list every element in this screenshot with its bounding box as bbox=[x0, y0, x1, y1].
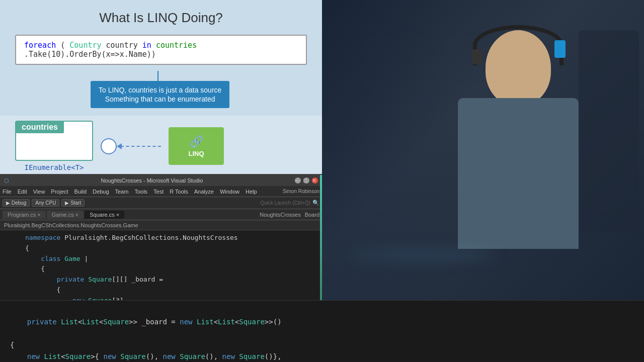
code-box: foreach ( Country country in countries .… bbox=[15, 35, 307, 65]
vs-breadcrumb: Pluralsight.BegCShCollections.NoughtsCro… bbox=[0, 220, 322, 230]
countries-label: countries bbox=[16, 121, 64, 133]
vs-window: ⬡ NoughtsCrosses - Microsoft Visual Stud… bbox=[0, 174, 322, 300]
vs-toolbar: ▶ Debug Any CPU ▶ Start Quick Launch (Ct… bbox=[0, 197, 322, 209]
code-editor: namespace Pluralsight.BegCshCollections.… bbox=[0, 230, 322, 300]
slide-title: What Is LINQ Doing? bbox=[15, 10, 307, 26]
code-line-6: { bbox=[5, 285, 322, 296]
bottom-code-2: { bbox=[10, 339, 634, 351]
maximize-icon[interactable]: □ bbox=[303, 177, 309, 184]
left-panel: What Is LINQ Doing? foreach ( Country co… bbox=[0, 0, 322, 300]
vs-menubar: File Edit View Project Build Debug Team … bbox=[0, 186, 322, 197]
menu-team[interactable]: Team bbox=[115, 189, 129, 195]
menu-file[interactable]: File bbox=[3, 189, 12, 195]
menu-view[interactable]: View bbox=[33, 189, 45, 195]
tab-program-cs[interactable]: Program.cs × bbox=[3, 211, 46, 219]
linq-box: 🔗 LINQ bbox=[169, 127, 224, 165]
bottom-code-3: new List<Square>{ new Square(), new Squa… bbox=[10, 351, 634, 362]
countries-wrapper: countries IEnumerable<T> bbox=[15, 121, 93, 171]
menu-project[interactable]: Project bbox=[51, 189, 68, 195]
menu-analyze[interactable]: Analyze bbox=[194, 189, 214, 195]
menu-edit[interactable]: Edit bbox=[18, 189, 27, 195]
menu-tools[interactable]: Tools bbox=[134, 189, 147, 195]
menu-debug[interactable]: Debug bbox=[93, 189, 109, 195]
vs-title: NoughtsCrosses - Microsoft Visual Studio bbox=[101, 177, 203, 184]
vs-app-icon: ⬡ bbox=[4, 177, 9, 184]
bottom-panel: private List<List<Square>> _board = new … bbox=[0, 300, 644, 362]
tooltip-line1: To LINQ, countries is just a data source bbox=[99, 86, 221, 94]
ienumerable-label: IEnumerable<T> bbox=[24, 163, 84, 171]
vs-tabs: Program.cs × Game.cs × Square.cs × Nough… bbox=[0, 209, 322, 220]
user-name: Simon Robinson bbox=[283, 189, 319, 194]
right-panel bbox=[322, 0, 644, 300]
tooltip-box: To LINQ, countries is just a data source… bbox=[91, 81, 229, 108]
tooltip-line2: Something that can be enumerated bbox=[99, 95, 221, 103]
code-line-2: { bbox=[5, 243, 322, 254]
tab-noughtscrosses[interactable]: NoughtsCrosses bbox=[260, 212, 300, 218]
code-line-7: new Square[3], bbox=[5, 296, 322, 300]
linq-link-icon: 🔗 bbox=[190, 135, 203, 148]
breadcrumb-text: Pluralsight.BegCShCollections.NoughtsCro… bbox=[4, 222, 138, 228]
toolbar-platform[interactable]: Any CPU bbox=[32, 199, 59, 207]
diagram-area: countries IEnumerable<T> 🔗 LINQ bbox=[0, 116, 322, 174]
close-icon[interactable]: ✕ bbox=[312, 177, 318, 184]
toolbar-debug[interactable]: ▶ Debug bbox=[3, 199, 30, 207]
menu-help[interactable]: Help bbox=[246, 189, 257, 195]
code-line-1: namespace Pluralsight.BegCshCollections.… bbox=[5, 233, 322, 243]
quick-launch[interactable]: Quick Launch (Ctrl+Q) bbox=[260, 200, 310, 206]
chair-silhouette bbox=[579, 30, 639, 231]
vs-titlebar: ⬡ NoughtsCrosses - Microsoft Visual Stud… bbox=[0, 175, 322, 186]
person-background bbox=[322, 0, 644, 300]
connector bbox=[101, 138, 161, 154]
code-line-3: class Game | bbox=[5, 254, 322, 264]
menu-rtools[interactable]: R Tools bbox=[170, 189, 188, 195]
tab-square-cs[interactable]: Square.cs × bbox=[85, 211, 124, 219]
minimize-icon[interactable]: ─ bbox=[295, 177, 301, 184]
diagram-row: countries IEnumerable<T> 🔗 LINQ bbox=[15, 121, 307, 171]
menu-test[interactable]: Test bbox=[153, 189, 164, 195]
search-icon[interactable]: 🔍 bbox=[312, 200, 319, 206]
linq-label: LINQ bbox=[188, 150, 204, 157]
vs-window-controls: ─ □ ✕ bbox=[295, 177, 318, 184]
bottom-code-1: private List<List<Square>> _board = new … bbox=[10, 305, 634, 339]
circle-connector bbox=[101, 138, 117, 154]
code-line-5: private Square[][] _board = bbox=[5, 275, 322, 285]
tab-board[interactable]: Board bbox=[305, 212, 319, 218]
toolbar-start[interactable]: ▶ Start bbox=[61, 199, 85, 207]
menu-window[interactable]: Window bbox=[220, 189, 239, 195]
menu-build[interactable]: Build bbox=[74, 189, 87, 195]
countries-box: countries bbox=[15, 121, 93, 161]
slide-section: What Is LINQ Doing? foreach ( Country co… bbox=[0, 0, 322, 116]
dashed-line bbox=[121, 146, 161, 147]
code-line-4: { bbox=[5, 264, 322, 275]
tab-game-cs[interactable]: Game.cs × bbox=[47, 211, 84, 219]
